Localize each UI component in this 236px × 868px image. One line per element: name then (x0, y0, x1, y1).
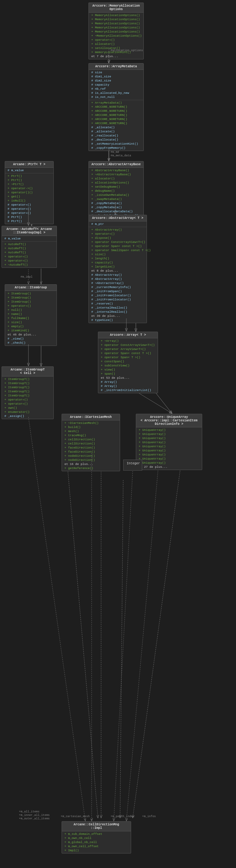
m-outer-all-items-label: +m_outer_all_items (19, 817, 50, 820)
item-group-t-box: Arcane::ItemGroupT< Cell > + ItemGroupT(… (2, 366, 54, 419)
cartesian-mesh-title: Arcane::ICartesianMesh (62, 414, 120, 421)
abstract-array-hash-section: # m_ptr (89, 221, 147, 227)
m-all-items-label: +m_all_items (19, 810, 39, 813)
svg-line-14 (133, 471, 180, 818)
unique-array-members: + UniqueArray() + UniqueArray() + Unique… (136, 427, 202, 470)
svg-line-8 (155, 392, 172, 414)
m-impl-label: #m_impl (21, 275, 33, 279)
item-group-t-members: + ItemGroupT() + ItemGroupT() + ItemGrou… (2, 376, 53, 419)
array-meta-data-hash-members: # size # dim1_size # dim2_size # capacit… (89, 70, 143, 100)
item-group-t-title: Arcane::ItemGroupT< Cell > (2, 367, 53, 376)
cell-direction-mng-members: + m_sub_domain_offset + m_own_nb_cell + … (62, 831, 131, 853)
array-meta-data-title: Arccore::ArrayMetaData (89, 63, 143, 70)
array-t-box: Arccore::Array< T > + ~Array() + operato… (98, 332, 158, 393)
cell-direction-mng-title: Arcane::CellDirectionMng::Impl (62, 822, 131, 831)
auto-ref-t-members: + AutoRefT() + AutoRefT() + AutoRefT() +… (2, 242, 57, 268)
m-md-label: #m_md (111, 151, 119, 154)
auto-ref-t-hash-section: # m_value (2, 236, 57, 242)
svg-line-12 (63, 417, 98, 818)
svg-line-26 (28, 417, 85, 821)
cartesian-mesh-box: Arcane::ICartesianMesh + ~ICartesianMesh… (62, 414, 120, 471)
allocation-options-label: #allocation_options (111, 49, 143, 52)
svg-line-15 (120, 480, 123, 818)
cell-direction-mng-box: Arcane::CellDirectionMng::Impl + m_sub_d… (62, 821, 131, 854)
abstract-array-members: + AbstractArray() + operator=() + dispos… (89, 227, 147, 323)
memory-allocation-options-title: Arccore::MemoryAllocation Options (89, 3, 143, 12)
ptr-t-box: Arcane::PtrT< T > # m_value + PtrT() + P… (5, 161, 54, 224)
integer-label: Integer (127, 462, 140, 465)
svg-line-29 (126, 471, 158, 821)
item-group-title: Arcane::ItemGroup (5, 285, 57, 291)
unique-array-title: Arccore::UniqueArray< Arccore::impl::Car… (136, 414, 202, 427)
m-infos-label: +m_infos (142, 815, 156, 818)
m-cartesian-mesh-label: +m_cartesian_mesh (61, 815, 90, 818)
item-group-members: + ItemGroup() + ItemGroup() + ItemGroup(… (5, 291, 57, 346)
integer-box: Integer (123, 460, 142, 471)
cartesian-mesh-members: + ~ICartesianMesh() + build() + mesh() +… (62, 421, 120, 471)
svg-line-28 (114, 471, 133, 821)
unique-array-box: Arccore::UniqueArray< Arccore::impl::Car… (136, 414, 202, 470)
ptr-t-title: Arcane::PtrT< T > (5, 161, 53, 168)
m-meta-data-label: #m_meta_data (111, 154, 131, 157)
array-t-title: Arccore::Array< T > (98, 332, 158, 338)
array-t-members: + ~Array() + operator ConstArrayView<T>(… (98, 338, 158, 393)
auto-ref-t-box: Arcane::AutoRefT< Arcane::ItemGroupImpl … (2, 226, 57, 268)
auto-ref-t-title: Arcane::AutoRefT< Arcane::ItemGroupImpl … (2, 226, 57, 236)
array-meta-data-public-members: + ArrayMetaData() + ARCCORE_NORETURN() +… (89, 100, 143, 151)
svg-line-22 (139, 393, 172, 413)
ptr-t-hash-section: # m_value (5, 168, 53, 174)
ptr-t-members: + PtrT() + PtrT() + ~PtrT() + operator->… (5, 174, 53, 224)
abstract-array-base-members: + AbstractArrayBase() + ~AbstractArrayBa… (89, 168, 143, 222)
abstract-array-base-title: Arccore::AbstractArrayBase (89, 161, 143, 168)
m-patch-index-label: +m_patch_index (111, 815, 135, 818)
abstract-array-box: Arccore::AbstractArray< T > # m_ptr + Ab… (88, 215, 147, 323)
item-group-box: Arcane::ItemGroup + ItemGroup() + ItemGr… (5, 284, 57, 346)
array-meta-data-box: Arccore::ArrayMetaData # size # dim1_siz… (88, 63, 144, 151)
abstract-array-base-box: Arccore::AbstractArrayBase + AbstractArr… (88, 161, 144, 223)
m-inner-all-items-label: +m_inner_all_items (19, 814, 50, 817)
abstract-array-title: Arccore::AbstractArray< T > (89, 215, 147, 221)
